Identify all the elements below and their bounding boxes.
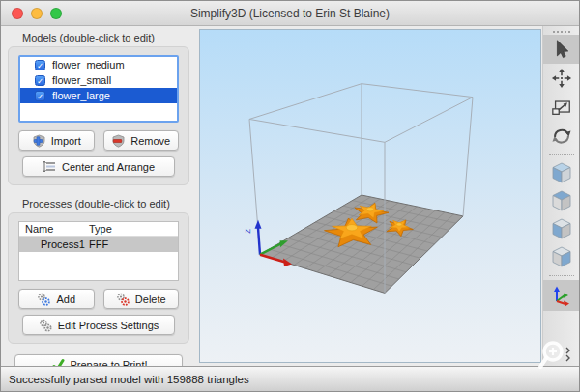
axis-home-icon	[550, 284, 573, 307]
shield-plus-icon	[32, 134, 46, 148]
zoom-window-button[interactable]	[50, 8, 62, 19]
processes-panel-label: Processes (double-click to edit)	[22, 198, 196, 210]
cube-side-icon	[549, 217, 574, 241]
minimize-button[interactable]	[31, 8, 43, 19]
toolbar-separator	[549, 154, 574, 155]
z-axis-label: Z	[244, 229, 252, 234]
center-arrange-icon	[43, 160, 57, 173]
view-cube-front-button[interactable]	[543, 159, 580, 187]
green-check-icon	[49, 358, 65, 367]
column-header-type: Type	[89, 223, 112, 235]
status-message: Successfully parsed model with 159888 tr…	[9, 374, 249, 385]
app-window: Simplify3D (Licensed to Erin St Blaine) …	[0, 0, 580, 392]
list-item-flower-small[interactable]: ✓ flower_small	[20, 72, 177, 88]
import-button-label: Import	[51, 135, 81, 147]
gear-minus-icon	[116, 293, 130, 306]
close-button[interactable]	[12, 8, 23, 19]
move-tool-button[interactable]	[543, 64, 580, 93]
view-cube-top-button[interactable]	[543, 187, 580, 215]
gears-icon	[39, 319, 53, 332]
cube-front-icon	[549, 161, 574, 185]
remove-button-label: Remove	[130, 135, 170, 147]
center-and-arrange-button[interactable]: Center and Arrange	[22, 156, 175, 177]
process-name: Process1	[19, 238, 89, 250]
models-group: ✓ flower_medium ✓ flower_small ✓ flower_…	[8, 46, 189, 185]
center-and-arrange-label: Center and Arrange	[62, 161, 155, 173]
gear-plus-icon	[37, 293, 51, 306]
edit-process-settings-label: Edit Process Settings	[58, 320, 160, 331]
rotate-tool-button[interactable]	[543, 122, 580, 151]
model-name: flower_medium	[52, 59, 125, 70]
traffic-lights	[12, 8, 62, 19]
toolbar-separator	[549, 275, 574, 276]
select-tool-button[interactable]	[543, 35, 580, 64]
column-header-name: Name	[19, 223, 89, 235]
view-cube-right-button[interactable]	[543, 243, 580, 271]
move-arrows-icon	[551, 68, 572, 89]
origin-axis-widget: Z	[244, 220, 292, 266]
process-type: FFF	[89, 238, 108, 250]
models-panel-label: Models (double-click to edit)	[22, 32, 196, 43]
process-table[interactable]: Name Type Process1 FFF	[18, 221, 179, 281]
checkbox-checked-icon[interactable]: ✓	[35, 75, 45, 86]
prepare-to-print-label: Prepare to Print!	[70, 359, 147, 366]
add-process-button[interactable]: Add	[18, 289, 95, 309]
cube-right-icon	[549, 245, 574, 269]
checkbox-checked-icon[interactable]: ✓	[35, 60, 45, 70]
model-name: flower_small	[52, 74, 111, 86]
import-button[interactable]: Import	[18, 130, 95, 151]
cursor-arrow-icon	[551, 39, 572, 60]
window-title: Simplify3D (Licensed to Erin St Blaine)	[190, 7, 390, 20]
left-panel: Models (double-click to edit) ✓ flower_m…	[1, 26, 196, 366]
edit-process-settings-button[interactable]: Edit Process Settings	[22, 315, 175, 335]
table-row-process1[interactable]: Process1 FFF	[19, 237, 178, 252]
cube-top-icon	[549, 189, 574, 213]
rotate-icon	[550, 125, 573, 148]
list-item-flower-large[interactable]: ✓ flower_large	[20, 88, 177, 103]
status-bar: Successfully parsed model with 159888 tr…	[1, 366, 579, 391]
scene-svg: Z	[200, 30, 540, 362]
scale-tool-button[interactable]	[543, 93, 580, 122]
list-item-flower-medium[interactable]: ✓ flower_medium	[20, 57, 177, 72]
process-table-header: Name Type	[19, 222, 178, 237]
right-toolbar	[542, 26, 579, 366]
shield-minus-icon	[111, 134, 126, 148]
checkbox-checked-icon[interactable]: ✓	[35, 91, 45, 101]
viewport-3d[interactable]: Z	[199, 29, 541, 363]
model-name: flower_large	[52, 90, 110, 101]
default-view-button[interactable]	[543, 280, 580, 311]
scale-icon	[551, 97, 572, 118]
delete-process-button[interactable]: Delete	[103, 289, 180, 309]
add-button-label: Add	[56, 294, 75, 305]
toolbar-drag-handle[interactable]	[553, 31, 570, 33]
prepare-to-print-button[interactable]: Prepare to Print!	[14, 354, 183, 366]
delete-button-label: Delete	[135, 294, 166, 305]
remove-button[interactable]: Remove	[103, 130, 180, 151]
model-list[interactable]: ✓ flower_medium ✓ flower_small ✓ flower_…	[18, 55, 179, 123]
processes-group: Name Type Process1 FFF	[8, 212, 189, 344]
view-cube-side-button[interactable]	[543, 215, 580, 243]
title-bar: Simplify3D (Licensed to Erin St Blaine)	[1, 1, 579, 26]
